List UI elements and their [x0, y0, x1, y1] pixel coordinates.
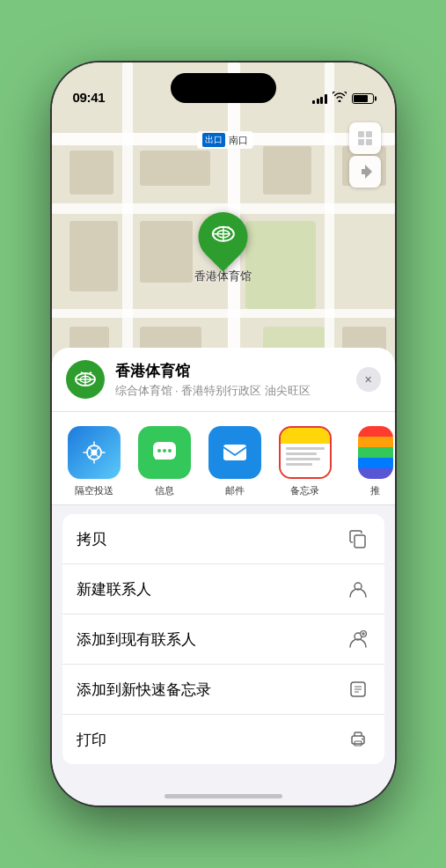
phone-frame: 09:41	[52, 63, 395, 805]
stadium-pin-icon	[211, 222, 236, 253]
svg-rect-5	[366, 131, 372, 137]
action-list: 拷贝 新建联系人	[62, 514, 384, 764]
add-existing-label: 添加到现有联系人	[77, 629, 196, 650]
messages-icon	[138, 426, 191, 479]
map-exit-label: 出口 南口	[197, 131, 253, 149]
share-more[interactable]: 推	[340, 426, 395, 497]
notes-icon	[279, 426, 332, 479]
map-type-button[interactable]	[349, 122, 381, 154]
airdrop-icon	[68, 426, 121, 479]
exit-number: 出口	[202, 133, 225, 147]
more-label: 推	[370, 484, 380, 497]
action-print[interactable]: 打印	[62, 715, 384, 764]
stadium-marker[interactable]: 香港体育馆	[194, 212, 252, 284]
share-messages[interactable]: 信息	[129, 426, 200, 497]
mail-icon	[208, 426, 261, 479]
svg-point-15	[157, 449, 161, 452]
svg-rect-4	[358, 131, 364, 137]
share-notes[interactable]: 备忘录	[270, 426, 340, 497]
messages-label: 信息	[155, 484, 174, 497]
location-info: 香港体育馆 综合体育馆 · 香港特别行政区 油尖旺区	[115, 361, 346, 399]
copy-label: 拷贝	[77, 529, 106, 549]
print-label: 打印	[77, 730, 106, 750]
action-quick-note[interactable]: 添加到新快速备忘录	[62, 665, 384, 715]
location-description: 综合体育馆 · 香港特别行政区 油尖旺区	[115, 383, 346, 399]
location-card: 香港体育馆 综合体育馆 · 香港特别行政区 油尖旺区 ×	[52, 348, 395, 412]
location-card-icon	[66, 360, 105, 399]
print-icon	[346, 727, 370, 752]
mail-label: 邮件	[225, 484, 245, 497]
svg-rect-7	[366, 139, 372, 145]
bottom-sheet: 香港体育馆 综合体育馆 · 香港特别行政区 油尖旺区 ×	[52, 348, 395, 805]
svg-rect-6	[358, 139, 364, 145]
share-airdrop[interactable]: 隔空投送	[59, 426, 129, 497]
quick-note-icon	[346, 677, 370, 702]
notes-label: 备忘录	[290, 484, 319, 497]
svg-rect-18	[223, 445, 246, 460]
map-controls	[349, 122, 381, 188]
wifi-icon	[333, 92, 347, 105]
new-contact-icon	[346, 577, 370, 601]
airdrop-label: 隔空投送	[75, 484, 113, 497]
location-name: 香港体育馆	[115, 361, 346, 381]
action-add-existing[interactable]: 添加到现有联系人	[62, 614, 384, 665]
svg-point-17	[168, 449, 172, 452]
stadium-pin	[188, 202, 258, 271]
close-button[interactable]: ×	[356, 367, 381, 392]
status-time: 09:41	[73, 90, 106, 105]
svg-rect-19	[355, 535, 365, 548]
dynamic-island	[171, 73, 276, 103]
home-indicator	[165, 794, 282, 798]
battery-icon	[352, 93, 374, 104]
copy-icon	[346, 526, 370, 551]
share-mail[interactable]: 邮件	[200, 426, 270, 497]
new-contact-label: 新建联系人	[77, 579, 151, 600]
svg-point-16	[163, 449, 166, 452]
exit-name: 南口	[229, 134, 248, 147]
status-icons	[312, 92, 374, 105]
location-button[interactable]	[349, 156, 381, 188]
add-existing-icon	[346, 627, 370, 651]
share-row: 隔空投送 信息	[52, 412, 395, 505]
svg-rect-29	[352, 736, 364, 744]
svg-point-31	[362, 739, 363, 740]
quick-note-label: 添加到新快速备忘录	[77, 680, 211, 700]
action-copy[interactable]: 拷贝	[62, 514, 384, 564]
signal-bars-icon	[312, 93, 327, 104]
action-new-contact[interactable]: 新建联系人	[62, 564, 384, 614]
more-icon	[358, 426, 393, 479]
phone-screen: 09:41	[52, 63, 395, 805]
